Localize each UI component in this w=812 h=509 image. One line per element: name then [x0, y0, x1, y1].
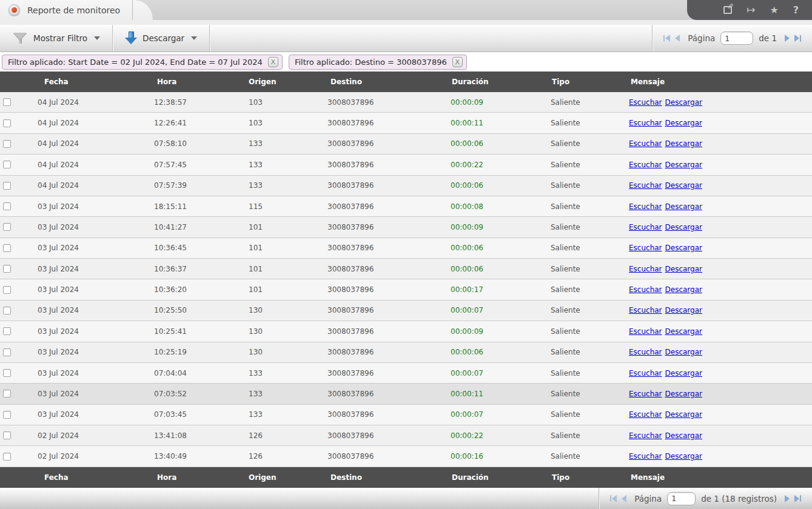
next-page-button[interactable]: [785, 35, 790, 42]
row-checkbox[interactable]: [3, 140, 11, 148]
prev-page-button[interactable]: [622, 495, 626, 502]
column-header-0[interactable]: Fecha: [22, 72, 152, 92]
cell-destination: 3008037896: [324, 342, 449, 362]
row-checkbox[interactable]: [3, 390, 11, 398]
row-checkbox[interactable]: [3, 223, 11, 231]
row-checkbox[interactable]: [3, 369, 11, 377]
table-body: 04 Jul 202412:38:57103300803789600:00:09…: [0, 92, 812, 467]
download-link[interactable]: Descargar: [665, 285, 702, 294]
remove-filter-icon[interactable]: X: [452, 57, 463, 67]
remove-filter-icon[interactable]: X: [268, 57, 278, 67]
row-checkbox[interactable]: [3, 453, 11, 461]
listen-link[interactable]: Escuchar: [629, 119, 662, 127]
row-checkbox[interactable]: [3, 431, 11, 439]
cell-message: EscucharDescargar: [628, 217, 812, 237]
cell-origin: 130: [246, 342, 324, 362]
listen-link[interactable]: Escuchar: [629, 223, 662, 231]
column-header-4[interactable]: Duración: [449, 72, 549, 92]
download-link[interactable]: Descargar: [665, 244, 702, 252]
chevron-down-icon: [191, 36, 197, 40]
page-number-input[interactable]: [667, 492, 696, 505]
download-button[interactable]: Descargar: [113, 25, 209, 52]
row-checkbox[interactable]: [3, 348, 11, 356]
download-link[interactable]: Descargar: [665, 306, 702, 314]
row-checkbox[interactable]: [3, 202, 11, 210]
tab-reporte-monitoreo[interactable]: Reporte de monitoreo: [0, 0, 132, 20]
row-checkbox[interactable]: [3, 98, 11, 106]
download-link[interactable]: Descargar: [665, 327, 702, 336]
show-filter-button[interactable]: Mostrar Filtro: [0, 25, 112, 52]
download-link[interactable]: Descargar: [665, 223, 702, 231]
row-checkbox[interactable]: [3, 286, 11, 294]
row-checkbox[interactable]: [3, 327, 11, 335]
listen-link[interactable]: Escuchar: [629, 265, 662, 273]
download-link[interactable]: Descargar: [665, 369, 702, 378]
table-row: 03 Jul 202410:25:50130300803789600:00:07…: [0, 301, 812, 321]
table-row: 03 Jul 202410:41:27101300803789600:00:09…: [0, 217, 812, 238]
download-link[interactable]: Descargar: [665, 265, 702, 273]
download-link[interactable]: Descargar: [665, 452, 702, 461]
page-number-input[interactable]: [720, 32, 753, 45]
listen-link[interactable]: Escuchar: [629, 410, 662, 419]
row-checkbox[interactable]: [3, 265, 11, 273]
bottom-bar: Página de 1 (18 registros): [0, 488, 812, 509]
last-page-button[interactable]: [794, 495, 801, 502]
cell-origin: 133: [246, 405, 324, 425]
download-link[interactable]: Descargar: [665, 119, 702, 127]
listen-link[interactable]: Escuchar: [629, 390, 662, 398]
row-checkbox[interactable]: [3, 307, 11, 314]
download-link[interactable]: Descargar: [665, 348, 702, 356]
cell-destination: 3008037896: [324, 134, 449, 154]
download-link[interactable]: Descargar: [665, 390, 702, 398]
listen-link[interactable]: Escuchar: [629, 431, 662, 440]
listen-link[interactable]: Escuchar: [629, 369, 662, 378]
next-page-button[interactable]: [785, 495, 790, 502]
listen-link[interactable]: Escuchar: [629, 285, 662, 294]
listen-link[interactable]: Escuchar: [629, 327, 662, 336]
download-link[interactable]: Descargar: [665, 98, 702, 107]
row-checkbox[interactable]: [3, 182, 11, 190]
listen-link[interactable]: Escuchar: [629, 306, 662, 314]
download-link[interactable]: Descargar: [665, 410, 702, 419]
record-icon: [8, 4, 20, 16]
cell-date: 03 Jul 2024: [22, 279, 152, 299]
download-link[interactable]: Descargar: [665, 202, 702, 211]
column-header-2[interactable]: Origen: [246, 72, 324, 92]
first-page-button[interactable]: [663, 35, 670, 42]
column-header-3[interactable]: Destino: [324, 72, 449, 92]
pin-right-icon[interactable]: ↦: [747, 5, 755, 15]
row-checkbox[interactable]: [3, 161, 11, 168]
column-header-1[interactable]: Hora: [152, 72, 246, 92]
last-page-button[interactable]: [794, 35, 801, 42]
cell-duration: 00:00:06: [449, 134, 549, 154]
table-row: 03 Jul 202418:15:11115300803789600:00:08…: [0, 196, 812, 217]
listen-link[interactable]: Escuchar: [629, 139, 662, 148]
toolbar: Mostrar Filtro Descargar Página de 1: [0, 25, 812, 52]
cell-destination: 3008037896: [324, 425, 449, 445]
favorite-star-icon[interactable]: ★: [770, 5, 778, 15]
cell-time: 10:36:20: [152, 279, 246, 299]
listen-link[interactable]: Escuchar: [629, 452, 662, 461]
cell-duration: 00:00:22: [449, 425, 549, 445]
column-header-5[interactable]: Tipo: [549, 72, 628, 92]
download-link[interactable]: Descargar: [665, 139, 702, 148]
help-icon[interactable]: ?: [793, 5, 799, 15]
edit-icon[interactable]: [723, 6, 732, 14]
listen-link[interactable]: Escuchar: [629, 161, 662, 169]
column-header-6[interactable]: Mensaje: [628, 72, 812, 92]
listen-link[interactable]: Escuchar: [629, 202, 662, 211]
download-link[interactable]: Descargar: [665, 161, 702, 169]
row-checkbox[interactable]: [3, 119, 11, 127]
first-page-button[interactable]: [610, 495, 617, 502]
cell-message: EscucharDescargar: [628, 279, 812, 299]
prev-page-button[interactable]: [675, 35, 680, 42]
listen-link[interactable]: Escuchar: [629, 348, 662, 356]
listen-link[interactable]: Escuchar: [629, 98, 662, 107]
download-link[interactable]: Descargar: [665, 431, 702, 440]
row-checkbox[interactable]: [3, 411, 11, 419]
download-link[interactable]: Descargar: [665, 181, 702, 190]
row-checkbox[interactable]: [3, 244, 11, 252]
cell-time: 12:26:41: [152, 113, 246, 133]
listen-link[interactable]: Escuchar: [629, 181, 662, 190]
listen-link[interactable]: Escuchar: [629, 244, 662, 252]
